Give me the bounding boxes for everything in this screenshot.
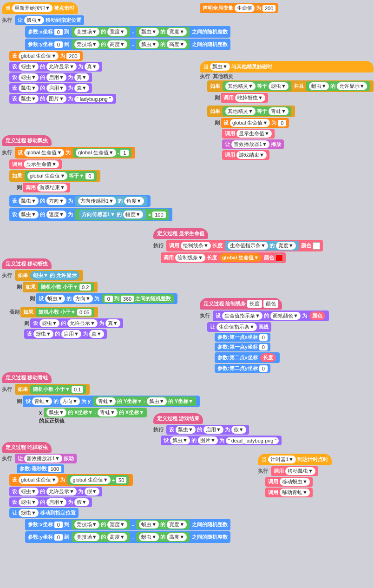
set-aphid-visible[interactable]: 设 蚜虫▼ 的 允许显示▼ 为 真▼ [9,62,102,72]
move-ladybug[interactable]: 让 瓢虫▼ 移动到指定位置 [15,15,84,25]
draw-line-block[interactable]: 让 生命值指示条▼ 画线 [207,322,271,332]
op-health-eq-0[interactable]: global 生命值▼ 等于▼ 0 [25,171,97,181]
def-eat-aphid[interactable]: 定义过程 吃掉蚜虫 [2,442,52,453]
vibrate[interactable]: 让 音效播放器1▼ 振动 [15,454,77,463]
if-aphid-visible[interactable]: 如果 蚜虫▼ 的 允许显示 [15,270,83,281]
set-health-var[interactable]: 设 global 生命值▼ 为 global 生命值▼ - 1 [15,147,135,159]
timer-event: 当 计时器1▼ 到达计时点时 执行 调用 移动瓢虫▼ 调用 移动蚜虫▼ 调用 移… [258,453,332,498]
param-y1[interactable]: 参数:第一点y坐标 0 [215,343,270,351]
op-frog-random[interactable]: 随机小数 小于▼ 0.1 [30,385,86,394]
call-game-over[interactable]: 调用 游戏结束▼ [23,183,70,192]
define-show-health: 定义过程 显示生命值 执行 调用 绘制线条▼ 长度 生命值指示条▼ 的 宽度▼ … [153,228,323,264]
exec-label-1: 执行 [2,17,12,24]
define-move-aphid: 定义过程 移动蚜虫 执行 如果 蚜虫▼ 的 允许显示 则 如果 随机小数 小于▼… [2,258,177,339]
call-display-health[interactable]: 调用 显示生命值▼ [9,159,62,169]
op-plus50[interactable]: global 生命值▼ + 50 [67,475,129,485]
def-move-ladybug[interactable]: 定义过程 移动瓢虫 [2,135,52,146]
call-draw-line-2[interactable]: 调用 绘制线条▼ 长度 global 生命值▼ 颜色 [161,252,286,263]
def-move-aphid[interactable]: 定义过程 移动蚜虫 [2,258,52,269]
op-random-lt-02[interactable]: 随机小数 小于▼ 0.2 [38,283,94,291]
param-ms[interactable]: 参数:毫秒数 100 [17,464,64,473]
op-random-0-360[interactable]: 0 到 360 之间的随机整数 [102,294,174,303]
param-y2[interactable]: 参数:第二点y坐标 0 [215,364,270,373]
op-arena-w2[interactable]: 竞技场▼ 的 宽度▼ [72,520,130,529]
scratch-editor: 当 重新开始按钮▼ 被点击时 声明全局变量 生命值 为 200 执行 让 瓢虫▼… [0,0,374,588]
op-arena-h2[interactable]: 竞技场▼ 的 高度▼ [72,532,130,542]
hat-restart[interactable]: 当 重新开始按钮▼ 被点击时 [2,2,78,14]
set-direction[interactable]: 设 瓢虫▼ 的 方向▼ 为 方向传感器1▼ 的 角度▼ [9,195,151,207]
set-aphid-dir-random[interactable]: 设 蚜虫▼ 的 方向▼ 为 0 到 360 之间的随机整数 [36,293,177,304]
sensor-angle[interactable]: 方向传感器1▼ 的 角度▼ [75,196,147,206]
def-game-end[interactable]: 定义过程 游戏结束 [153,413,203,424]
set-frog-dir[interactable]: 设 青蛙▼ 的 方向▼ 为 y 青蛙▼ 的 Y坐标▼ - 瓢虫▼ 的 Y坐标▼ [23,396,200,407]
op-ladybug-width[interactable]: 瓢虫▼ 的 宽度▼ [136,27,190,37]
set-ladybug-disabled[interactable]: 设 瓢虫▼ 的 启用▼ 为 假▼ [166,425,249,435]
param-y[interactable]: 参数:y坐标 0 到 竞技场▼ 的 高度▼ - 瓢虫▼ 的 高度▼ 之间的随机整… [25,39,230,50]
call-eat-aphid[interactable]: 调用 吃掉蚜虫▼ [221,93,268,103]
param-x1[interactable]: 参数:第一点x坐标 0 [215,333,270,342]
define-game-end: 定义过程 游戏结束 执行 设 瓢虫▼ 的 启用▼ 为 假▼ 设 瓢虫▼ 的 图片… [153,413,282,446]
param-aphid-x[interactable]: 参数:x坐标 0 到 竞技场▼ 的 宽度▼ - 蚜虫▼ 的 宽度▼ 之间的随机整… [25,519,230,530]
if-block-2[interactable]: 如果 其他精灵▼ 等于 青蛙▼ [207,106,295,117]
op-frog-y[interactable]: 青蛙▼ 的 Y坐标▼ - 瓢虫▼ 的 Y坐标▼ [93,396,196,406]
define-eat-aphid: 定义过程 吃掉蚜虫 执行 让 音效播放器1▼ 振动 参数:毫秒数 100 设 g… [2,442,230,543]
health-bar-width[interactable]: 生命值指示条▼ 的 宽度▼ [225,241,299,251]
set-aphid-enabled-true[interactable]: 设 蚜虫▼ 的 启用▼ 为 真▼ [24,329,107,339]
exec-label-2: 执行 [200,73,210,80]
call-draw-line-1[interactable]: 调用 绘制线条▼ 长度 生命值指示条▼ 的 宽度▼ 颜色 [166,240,323,251]
set-aphid-hidden[interactable]: 设 蚜虫▼ 的 允许显示▼ 为 假▼ [9,487,102,496]
param-aphid-y[interactable]: 参数:y坐标 0 到 竞技场▼ 的 高度▼ - 蚜虫▼ 的 高度▼ 之间的随机整… [25,531,230,543]
set-aphid-enabled[interactable]: 设 蚜虫▼ 的 启用▼ 为 真▼ [9,73,92,82]
event-block-2: 当 瓢虫▼ 与其他精灵触碰时 执行 其他精灵 如果 其他精灵▼ 等于 蚜虫▼ 并… [200,60,374,160]
def-show-health[interactable]: 定义过程 显示生命值 [153,228,208,239]
op-multiply[interactable]: 方向传感器1▼ 的 幅度▼ × 100 [75,209,169,220]
define-draw-line: 定义过程 绘制线条 长度 颜色 执行 设 生命值指示条▼ 的 画笔颜色▼ 为 颜… [200,297,329,373]
hat-collide[interactable]: 当 瓢虫▼ 与其他精灵触碰时 [200,61,374,73]
op-width[interactable]: 竞技场▼ 的 宽度▼ [72,27,130,37]
set-pen-color[interactable]: 设 生命值指示条▼ 的 画笔颜色▼ 为 颜色 [213,311,329,321]
set-health-plus50[interactable]: 设 global 生命值▼ 为 global 生命值▼ + 50 [9,474,133,486]
set-aphid-disabled[interactable]: 设 蚜虫▼ 的 启用▼ 为 假▼ [9,497,92,507]
aphid-allowed[interactable]: 蚜虫▼ 的 允许显示 [30,271,79,280]
length-param[interactable]: 长度 [260,353,276,362]
if-block-1[interactable]: 如果 其他精灵▼ 等于 蚜虫▼ 并且 蚜虫▼ 的 允许显示▼ [207,80,374,92]
sensor-magnitude[interactable]: 方向传感器1▼ 的 幅度▼ [79,210,146,219]
op-minus-1[interactable]: global 生命值▼ - 1 [73,148,131,158]
op-visible[interactable]: 蚜虫▼ 的 允许显示▼ [306,81,370,91]
set-ladybug-image[interactable]: 设 瓢虫▼ 的 图片▼ 为 " ladybug.png " [9,94,116,104]
op-frog-x[interactable]: 瓢虫▼ 的 X坐标▼ - 青蛙▼ 的 X坐标▼ [44,408,147,417]
op-ladybug-height[interactable]: 瓢虫▼ 的 高度▼ [136,40,190,49]
set-aphid-visible-true[interactable]: 设 蚜虫▼ 的 允许显示▼ 为 真▼ [30,318,123,328]
move-aphid-pos[interactable]: 让 蚜虫▼ 移动到指定位置 [9,508,79,518]
param-x2[interactable]: 参数:第二点x坐标 长度 [215,352,280,363]
if-random-005[interactable]: 如果 随机小数 小于▼ 0.05 [20,307,98,317]
set-ladybug-enabled[interactable]: 设 瓢虫▼ 的 启用▼ 为 真▼ [9,83,92,93]
define-move-ladybug: 定义过程 移动瓢虫 执行 设 global 生命值▼ 为 global 生命值▼… [2,135,172,222]
set-global-health[interactable]: 设 global 生命值▼ 为 200 [9,51,83,61]
set-health-zero[interactable]: 设 global 生命值▼ 为 0 [221,118,289,128]
if-frog-random[interactable]: 如果 随机小数 小于▼ 0.1 [15,384,90,395]
call-move-ladybug-2[interactable]: 调用 移动瓢虫▼ [271,466,318,476]
call-show-health[interactable]: 调用 显示生命值▼ [222,129,275,139]
def-draw-line[interactable]: 定义过程 绘制线条 长度 颜色 [200,298,282,310]
call-move-aphid-2[interactable]: 调用 移动蚜虫▼ [265,477,313,487]
op-eq-1[interactable]: 其他精灵▼ 等于 蚜虫▼ [223,81,291,91]
set-speed[interactable]: 设 瓢虫▼ 的 速度▼ 为 方向传感器1▼ 的 幅度▼ × 100 [9,208,172,221]
play-sound[interactable]: 让 音效播放器1▼ 播放 [222,139,284,149]
color-param[interactable]: 颜色 [309,311,325,320]
param-x[interactable]: 参数:x坐标 0 到 竞技场▼ 的 宽度▼ - 瓢虫▼ 的 宽度▼ 之间的随机整… [25,26,230,38]
declare-global[interactable]: 声明全局变量 生命值 为 200 [200,3,278,13]
other-sprite-label: 其他精灵 [213,73,233,80]
op-aphid-w[interactable]: 蚜虫▼ 的 宽度▼ [136,520,190,529]
op-eq-frog[interactable]: 其他精灵▼ 等于 青蛙▼ [223,106,291,116]
if-random-02[interactable]: 如果 随机小数 小于▼ 0.2 [23,282,98,292]
call-game-end-2[interactable]: 调用 游戏结束▼ [222,150,269,160]
hat-timer[interactable]: 当 计时器1▼ 到达计时点时 [258,454,332,465]
op-random-lt-005[interactable]: 随机小数 小于▼ 0.05 [36,308,94,317]
def-move-frog[interactable]: 定义过程 移动青蛙 [2,372,52,383]
if-health-zero[interactable]: 如果 global 生命值▼ 等于▼ 0 [9,170,100,182]
call-move-frog-2[interactable]: 调用 移动青蛙▼ [265,488,313,497]
op-height[interactable]: 竞技场▼ 的 高度▼ [72,40,130,49]
global-health-val[interactable]: global 生命值▼ [219,253,262,262]
op-aphid-h[interactable]: 蚜虫▼ 的 高度▼ [136,532,190,542]
